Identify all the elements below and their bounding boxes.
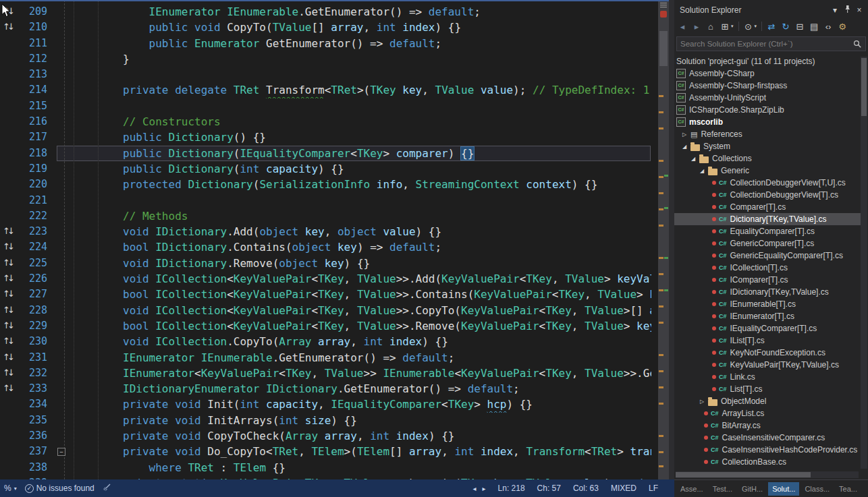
tree-item[interactable]: C#CollectionDebuggerView[T].cs <box>674 189 861 201</box>
glyph-cell[interactable] <box>0 98 23 114</box>
code-line-211[interactable]: public Enumerator GetEnumerator() => def… <box>71 36 651 51</box>
glyph-cell[interactable]: ↑↓ <box>0 20 23 35</box>
tree-item[interactable]: C#ArrayList.cs <box>674 407 861 419</box>
back-icon[interactable]: ◂ <box>678 22 687 32</box>
glyph-cell[interactable] <box>0 397 23 412</box>
tree-item[interactable]: C#IComparer[T].cs <box>674 274 861 286</box>
glyph-cell[interactable]: ↑↓ <box>0 350 23 366</box>
tree-item[interactable]: ◢System <box>674 140 861 152</box>
sync-with-active-document-icon[interactable]: ⇄ <box>767 22 776 32</box>
collapse-all-icon[interactable]: ⊟ <box>795 22 805 32</box>
tree-item[interactable]: C#IEnumerable[T].cs <box>674 298 861 310</box>
override-arrows-icon[interactable]: ↑↓ <box>3 258 12 268</box>
search-input[interactable]: Search Solution Explorer (Ctrl+`) <box>676 36 866 51</box>
code-line-231[interactable]: IEnumerator IEnumerable.GetEnumerator() … <box>71 350 651 366</box>
tree-item[interactable]: C#IDictionary[TKey,TValue].cs <box>674 286 861 298</box>
switch-views-icon[interactable]: ⊞ <box>720 22 730 32</box>
glyph-cell[interactable] <box>0 82 23 98</box>
glyph-cell[interactable] <box>0 36 23 51</box>
line-number[interactable]: 211 <box>23 36 54 51</box>
line-number[interactable]: 235 <box>23 413 54 428</box>
column-indicator[interactable]: Col: 63 <box>573 484 599 493</box>
scrollbar-thumb[interactable] <box>861 58 867 116</box>
scroll-left-icon[interactable]: ◂ <box>472 485 476 492</box>
glyph-cell[interactable]: ↑↓ <box>0 239 23 255</box>
line-number[interactable]: 219 <box>23 161 54 177</box>
code-line-225[interactable]: void IDictionary.Remove(object key) {} <box>71 256 651 271</box>
code-line-224[interactable]: bool IDictionary.Contains(object key) =>… <box>71 239 651 255</box>
scroll-right-icon[interactable]: ▸ <box>483 485 486 492</box>
tree-item[interactable]: C#ICSharpCode.SharpZipLib <box>674 104 861 116</box>
code-line-234[interactable]: private void Init(int capacity, IEqualit… <box>71 397 651 412</box>
override-arrows-icon[interactable]: ↑↓ <box>3 352 12 362</box>
glyph-cell[interactable]: ↑↓ <box>0 318 23 334</box>
pending-changes-filter-icon-caret[interactable]: ▾ <box>755 24 757 29</box>
editor-vertical-scrollbar[interactable] <box>658 0 669 479</box>
line-number[interactable]: 218 <box>23 146 54 161</box>
forward-icon[interactable]: ▸ <box>692 22 701 32</box>
glyph-cell[interactable]: ↑↓ <box>0 366 23 381</box>
line-number[interactable]: 212 <box>23 51 54 67</box>
code-line-209[interactable]: IEnumerator IEnumerable.GetEnumerator() … <box>71 4 651 20</box>
tree-item[interactable]: C#CaseInsensitiveComparer.cs <box>674 432 861 444</box>
override-arrows-icon[interactable]: ↑↓ <box>3 289 12 299</box>
tree-item[interactable]: C#EqualityComparer[T].cs <box>674 225 861 237</box>
tree-item[interactable]: C#mscorlib <box>674 116 861 128</box>
tree-item[interactable]: C#GenericEqualityComparer[T].cs <box>674 250 861 262</box>
line-number[interactable]: 210 <box>23 20 54 35</box>
line-number-margin[interactable]: 2092102112122132142152162172182192202212… <box>23 4 54 479</box>
code-lines[interactable]: IEnumerator IEnumerable.GetEnumerator() … <box>71 4 651 479</box>
tree-vertical-scrollbar[interactable] <box>861 57 867 469</box>
tree-item[interactable]: C#Link.cs <box>674 371 861 383</box>
collapse-arrow-icon[interactable]: ◢ <box>700 168 708 174</box>
line-number[interactable]: 228 <box>23 303 54 318</box>
code-line-235[interactable]: private void InitArrays(int size) {} <box>71 413 651 428</box>
line-number[interactable]: 236 <box>23 428 54 444</box>
pin-icon[interactable] <box>841 5 853 16</box>
panel-tab[interactable]: Asse... <box>676 482 707 496</box>
collapse-arrow-icon[interactable]: ◢ <box>691 156 699 162</box>
tree-item[interactable]: C#Comparer[T].cs <box>674 201 861 213</box>
code-line-213[interactable] <box>71 67 651 82</box>
code-line-239[interactable]: private static KeyValuePair<TKey, TValue… <box>71 475 651 479</box>
line-number[interactable]: 233 <box>23 381 54 397</box>
tree-item[interactable]: C#Assembly-CSharp <box>674 67 861 80</box>
override-arrows-icon[interactable]: ↑↓ <box>3 6 12 16</box>
code-line-238[interactable]: where TRet : TElem {} <box>71 460 651 475</box>
code-line-233[interactable]: IDictionaryEnumerator IDictionary.GetEnu… <box>71 381 651 397</box>
line-number[interactable]: 238 <box>23 460 54 475</box>
code-line-223[interactable]: void IDictionary.Add(object key, object … <box>71 224 651 239</box>
home-icon[interactable]: ⌂ <box>706 22 715 32</box>
window-position-icon[interactable]: ▾ <box>829 5 841 15</box>
glyph-cell[interactable]: ↑↓ <box>0 224 23 239</box>
glyph-cell[interactable] <box>0 460 23 475</box>
code-line-214[interactable]: private delegate TRet Transform<TRet>(TK… <box>71 82 651 98</box>
panel-tab[interactable]: Solut... <box>768 482 799 496</box>
code-line-219[interactable]: public Dictionary(int capacity) {} <box>71 161 651 177</box>
close-icon[interactable]: × <box>853 5 865 15</box>
eol-indicator[interactable]: LF <box>649 484 658 493</box>
tree-item[interactable]: C#CollectionBase.cs <box>674 456 861 468</box>
line-number[interactable]: 231 <box>23 350 54 366</box>
line-number[interactable]: 217 <box>23 129 54 145</box>
switch-views-icon-caret[interactable]: ▾ <box>731 24 734 29</box>
override-arrows-icon[interactable]: ↑↓ <box>3 305 12 315</box>
override-arrows-icon[interactable]: ↑↓ <box>3 22 12 32</box>
tree-item[interactable]: C#Assembly-CSharp-firstpass <box>674 80 861 92</box>
code-line-217[interactable]: public Dictionary() {} <box>71 129 651 145</box>
tree-item[interactable]: ◢Generic <box>674 165 861 177</box>
line-number[interactable]: 221 <box>23 193 54 208</box>
line-number[interactable]: 216 <box>23 114 54 129</box>
line-number[interactable]: 220 <box>23 177 54 192</box>
zoom-control[interactable]: % ▾ <box>4 484 17 493</box>
tree-item[interactable]: C#IList[T].cs <box>674 334 861 347</box>
code-line-222[interactable]: // Methods <box>71 208 651 224</box>
glyph-cell[interactable] <box>0 193 23 208</box>
refresh-icon[interactable]: ↻ <box>781 22 790 32</box>
glyph-cell[interactable] <box>0 444 23 459</box>
glyph-cell[interactable]: ↑↓ <box>0 4 23 20</box>
fold-collapse-button[interactable]: − <box>57 448 65 456</box>
override-arrows-icon[interactable]: ↑↓ <box>3 320 12 330</box>
glyph-cell[interactable] <box>0 146 23 161</box>
glyph-cell[interactable]: ↑↓ <box>0 287 23 302</box>
